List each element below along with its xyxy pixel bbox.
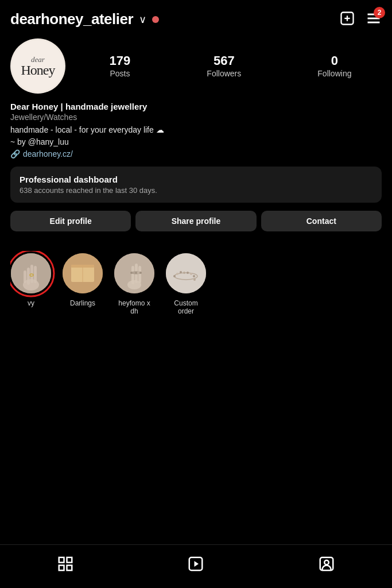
svg-point-26 — [135, 272, 137, 274]
menu-button[interactable]: 2 — [366, 10, 382, 28]
username-label[interactable]: dearhoney_atelier — [10, 10, 133, 28]
profile-icon — [318, 555, 335, 572]
highlights-row: vy Darlings — [10, 251, 382, 315]
svg-rect-9 — [27, 268, 30, 285]
edit-profile-button[interactable]: Edit profile — [10, 211, 131, 231]
posts-label: Posts — [110, 69, 130, 78]
add-post-button[interactable] — [339, 10, 355, 28]
top-bar-left: dearhoney_atelier ∨ — [10, 10, 159, 28]
svg-rect-12 — [24, 270, 26, 283]
grid-icon — [57, 555, 74, 572]
bio-name: Dear Honey | handmade jewellery — [10, 102, 382, 111]
online-status-dot — [152, 16, 159, 23]
followers-count: 567 — [207, 53, 241, 68]
svg-point-38 — [193, 278, 196, 281]
svg-point-35 — [187, 272, 189, 274]
svg-rect-42 — [67, 566, 72, 571]
highlight-label-heyfomo: heyfomo x dh — [114, 299, 155, 315]
dropdown-arrow-icon[interactable]: ∨ — [139, 13, 146, 26]
followers-label: Followers — [207, 69, 241, 78]
grid-nav-button[interactable] — [48, 553, 83, 577]
profile-nav-button[interactable] — [309, 553, 344, 577]
svg-point-25 — [133, 272, 135, 274]
bio-text-line1: handmade - local - for your everyday lif… — [10, 124, 382, 136]
highlight-image-custom-order — [166, 253, 206, 293]
svg-rect-40 — [67, 558, 72, 563]
top-bar-right: 2 — [339, 10, 382, 28]
svg-point-33 — [180, 271, 182, 273]
svg-point-27 — [137, 272, 139, 274]
svg-rect-11 — [34, 266, 37, 283]
highlight-item-custom-order[interactable]: Custom order — [165, 251, 207, 315]
link-icon: 🔗 — [10, 149, 20, 158]
svg-rect-22 — [138, 266, 141, 283]
highlight-label-darlings: Darlings — [70, 299, 95, 307]
bio-section: Dear Honey | handmade jewellery Jeweller… — [10, 102, 382, 158]
following-label: Following — [317, 69, 351, 78]
reels-icon — [187, 555, 204, 572]
avatar[interactable]: dear Honey — [10, 38, 65, 94]
notification-badge: 2 — [374, 7, 385, 18]
add-post-icon — [339, 10, 355, 26]
heyfomo-illustration — [114, 253, 154, 293]
dashboard-title: Professional dashboard — [20, 175, 372, 184]
darlings-illustration — [63, 253, 103, 293]
highlight-label-custom-order: Custom order — [165, 299, 207, 315]
avatar-text-dear: dear — [31, 56, 45, 63]
svg-point-34 — [183, 272, 185, 274]
action-buttons-row: Edit profile Share profile Contact — [10, 211, 382, 231]
svg-point-36 — [190, 273, 192, 275]
highlight-image-vy — [11, 253, 51, 293]
highlight-image-darlings — [63, 253, 103, 293]
svg-marker-44 — [195, 561, 199, 567]
highlight-item-vy[interactable]: vy — [10, 251, 52, 315]
professional-dashboard-card[interactable]: Professional dashboard 638 accounts reac… — [10, 167, 382, 203]
contact-button[interactable]: Contact — [261, 211, 382, 231]
svg-point-24 — [130, 272, 133, 274]
hand-jewelry-illustration — [11, 253, 51, 293]
posts-count: 179 — [110, 53, 131, 68]
svg-point-31 — [173, 275, 176, 277]
svg-point-37 — [193, 275, 195, 277]
avatar-text-honey: Honey — [21, 63, 55, 77]
bio-category: Jewellery/Watches — [10, 113, 382, 122]
highlight-item-heyfomo[interactable]: heyfomo x dh — [114, 251, 155, 315]
svg-point-46 — [324, 560, 329, 565]
following-count: 0 — [317, 53, 351, 68]
custom-order-illustration — [166, 253, 206, 293]
highlight-image-heyfomo — [114, 253, 154, 293]
svg-rect-41 — [59, 566, 64, 571]
share-profile-button[interactable]: Share profile — [135, 211, 256, 231]
bio-link[interactable]: 🔗 dearhoney.cz/ — [10, 149, 382, 158]
stat-posts[interactable]: 179 Posts — [110, 53, 131, 79]
bio-link-text: dearhoney.cz/ — [23, 149, 73, 158]
stat-followers[interactable]: 567 Followers — [207, 53, 241, 79]
highlights-section: vy Darlings — [0, 251, 392, 327]
highlight-item-darlings[interactable]: Darlings — [62, 251, 103, 315]
highlight-label-vy: vy — [28, 299, 34, 307]
bio-text-line2: ~ by @hany_luu — [10, 136, 382, 148]
svg-rect-39 — [59, 558, 64, 563]
reels-nav-button[interactable] — [178, 553, 214, 577]
stat-following[interactable]: 0 Following — [317, 53, 351, 79]
top-bar: dearhoney_atelier ∨ 2 — [0, 0, 392, 34]
profile-section: dear Honey 179 Posts 567 Followers 0 Fol… — [0, 34, 392, 251]
svg-point-28 — [139, 272, 142, 274]
avatar-inner: dear Honey — [12, 40, 64, 92]
svg-rect-20 — [131, 266, 134, 284]
bottom-nav — [0, 544, 392, 588]
svg-rect-29 — [166, 253, 206, 293]
svg-point-32 — [176, 273, 178, 275]
stats-row: 179 Posts 567 Followers 0 Following — [79, 53, 382, 79]
profile-top: dear Honey 179 Posts 567 Followers 0 Fol… — [10, 38, 382, 94]
dashboard-subtitle: 638 accounts reached in the last 30 days… — [20, 186, 372, 195]
